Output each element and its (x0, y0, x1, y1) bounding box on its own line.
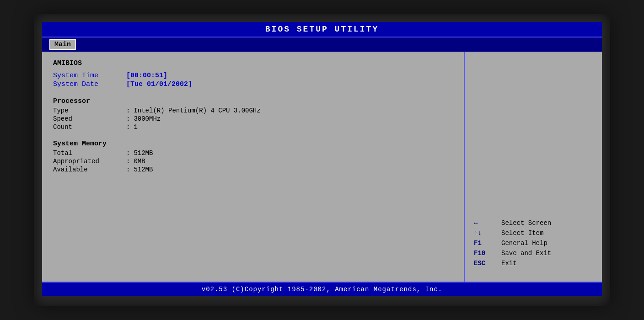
memory-heading: System Memory (53, 140, 453, 148)
processor-speed-value: 3000MHz (134, 115, 161, 123)
processor-type-label: Type (53, 107, 126, 114)
memory-appropriated-value: 0MB (134, 158, 145, 165)
processor-section: Processor Type : Intel(R) Pentium(R) 4 C… (53, 97, 453, 131)
system-date-value[interactable]: [Tue 01/01/2002] (126, 80, 192, 88)
keybind-select-item: ↑↓ Select Item (474, 229, 593, 237)
key-f10: F10 (474, 250, 501, 257)
system-time-label: System Time (53, 72, 126, 80)
desc-general-help: General Help (501, 240, 547, 247)
processor-speed-row: Speed : 3000MHz (53, 115, 453, 123)
processor-count-row: Count : 1 (53, 123, 453, 131)
desc-select-screen: Select Screen (501, 219, 551, 227)
bios-screen: BIOS SETUP UTILITY Main AMIBIOS System T… (42, 22, 602, 296)
monitor: BIOS SETUP UTILITY Main AMIBIOS System T… (34, 14, 610, 306)
keybind-f10: F10 Save and Exit (474, 250, 593, 257)
keybind-esc: ESC Exit (474, 260, 593, 267)
title-bar: BIOS SETUP UTILITY (42, 22, 602, 37)
footer-text: v02.53 (C)Copyright 1985-2002, American … (202, 286, 442, 293)
nav-bar: Main (42, 37, 602, 52)
desc-save-exit: Save and Exit (501, 250, 551, 257)
bios-title: BIOS SETUP UTILITY (265, 25, 379, 34)
key-esc: ESC (474, 260, 501, 267)
memory-appropriated-label: Appropriated (53, 158, 126, 165)
memory-available-value: 512MB (134, 166, 153, 173)
memory-available-label: Available (53, 166, 126, 173)
memory-available-row: Available : 512MB (53, 166, 453, 173)
keybind-area: ↔ Select Screen ↑↓ Select Item F1 Genera… (474, 219, 593, 274)
processor-type-row: Type : Intel(R) Pentium(R) 4 CPU 3.00GHz (53, 107, 453, 114)
main-panel: AMIBIOS System Time [00:00:51] System Da… (42, 52, 465, 282)
memory-section: System Memory Total : 512MB Appropriated… (53, 140, 453, 173)
system-date-row: System Date [Tue 01/01/2002] (53, 80, 453, 88)
system-date-label: System Date (53, 80, 126, 88)
side-panel: ↔ Select Screen ↑↓ Select Item F1 Genera… (465, 52, 602, 282)
key-arrows-lr: ↔ (474, 219, 501, 227)
desc-select-item: Select Item (501, 229, 543, 237)
processor-type-value: Intel(R) Pentium(R) 4 CPU 3.00GHz (134, 107, 260, 114)
content-area: AMIBIOS System Time [00:00:51] System Da… (42, 52, 602, 282)
processor-speed-label: Speed (53, 115, 126, 123)
memory-total-label: Total (53, 149, 126, 157)
system-time-value[interactable]: [00:00:51] (126, 72, 167, 80)
processor-heading: Processor (53, 97, 453, 105)
processor-count-label: Count (53, 123, 126, 131)
desc-exit: Exit (501, 260, 517, 267)
memory-appropriated-row: Appropriated : 0MB (53, 158, 453, 165)
keybind-f1: F1 General Help (474, 240, 593, 247)
bios-brand: AMIBIOS (53, 59, 453, 67)
footer-bar: v02.53 (C)Copyright 1985-2002, American … (42, 282, 602, 296)
key-f1: F1 (474, 240, 501, 247)
system-time-row: System Time [00:00:51] (53, 72, 453, 80)
tab-main[interactable]: Main (49, 39, 76, 50)
key-arrows-ud: ↑↓ (474, 229, 501, 237)
processor-count-value: 1 (134, 123, 137, 131)
memory-total-row: Total : 512MB (53, 149, 453, 157)
memory-total-value: 512MB (134, 149, 153, 157)
keybind-select-screen: ↔ Select Screen (474, 219, 593, 227)
